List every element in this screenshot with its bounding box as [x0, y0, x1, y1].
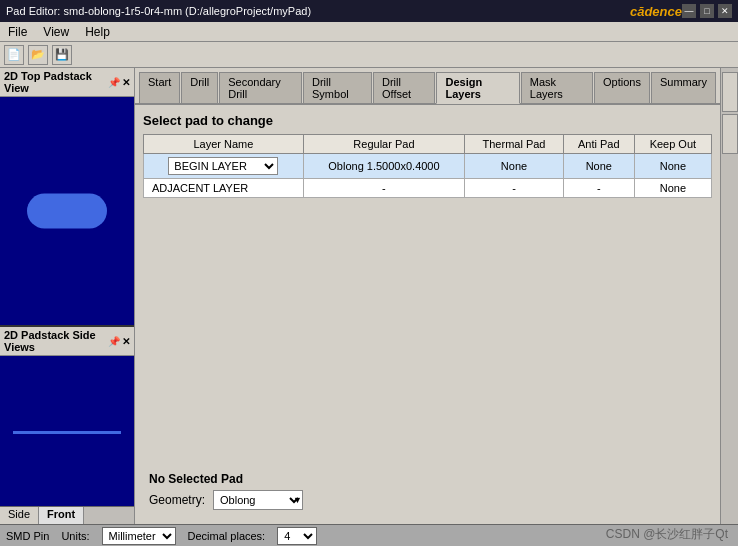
- vtab-2[interactable]: [722, 114, 738, 154]
- tab-start[interactable]: Start: [139, 72, 180, 103]
- new-button[interactable]: 📄: [4, 45, 24, 65]
- tab-secondary-drill[interactable]: Secondary Drill: [219, 72, 302, 103]
- smd-pin-label: SMD Pin: [6, 530, 49, 542]
- layer-dropdown[interactable]: BEGIN LAYER: [168, 157, 278, 175]
- col-layer-name: Layer Name: [144, 135, 304, 154]
- no-selected-label: No Selected Pad: [149, 472, 706, 486]
- col-thermal-pad: Thermal Pad: [465, 135, 564, 154]
- title-bar: Pad Editor: smd-oblong-1r5-0r4-mm (D:/al…: [0, 0, 738, 22]
- tab-options[interactable]: Options: [594, 72, 650, 103]
- top-view-controls: 📌 ✕: [108, 77, 130, 88]
- maximize-button[interactable]: □: [700, 4, 714, 18]
- adjacent-keep-out[interactable]: None: [634, 179, 711, 198]
- save-button[interactable]: 💾: [52, 45, 72, 65]
- side-view-header: 2D Padstack Side Views 📌 ✕: [0, 327, 134, 356]
- col-anti-pad: Anti Pad: [563, 135, 634, 154]
- col-regular-pad: Regular Pad: [303, 135, 464, 154]
- table-row[interactable]: ADJACENT LAYER - - - None: [144, 179, 712, 198]
- anti-pad-cell[interactable]: None: [563, 154, 634, 179]
- cadence-logo: cādence: [630, 4, 682, 19]
- tab-side[interactable]: Side: [0, 507, 39, 524]
- tab-mask-layers[interactable]: Mask Layers: [521, 72, 593, 103]
- units-dropdown[interactable]: Millimeter: [102, 527, 176, 545]
- units-label: Units:: [61, 530, 89, 542]
- side-view-close-icon[interactable]: ✕: [122, 336, 130, 347]
- right-panel: Start Drill Secondary Drill Drill Symbol…: [135, 68, 720, 524]
- menu-view[interactable]: View: [39, 25, 73, 39]
- layer-select-cell: BEGIN LAYER: [144, 154, 304, 179]
- adjacent-thermal-pad[interactable]: -: [465, 179, 564, 198]
- window-controls: — □ ✕: [682, 4, 732, 18]
- minimize-button[interactable]: —: [682, 4, 696, 18]
- left-panel: 2D Top Padstack View 📌 ✕ 2D Padstack Sid…: [0, 68, 135, 524]
- adjacent-layer-cell: ADJACENT LAYER: [144, 179, 304, 198]
- adjacent-anti-pad[interactable]: -: [563, 179, 634, 198]
- vertical-tabs: [720, 68, 738, 524]
- top-view-title: 2D Top Padstack View: [4, 70, 108, 94]
- open-button[interactable]: 📂: [28, 45, 48, 65]
- decimal-dropdown[interactable]: 4: [277, 527, 317, 545]
- side-view-area: [0, 356, 134, 506]
- geometry-label: Geometry:: [149, 493, 205, 507]
- pad-table: Layer Name Regular Pad Thermal Pad Anti …: [143, 134, 712, 198]
- geometry-row: Geometry: Oblong ▼: [149, 490, 706, 510]
- pad-shape-side: [13, 431, 120, 434]
- content-spacer: [143, 198, 712, 458]
- tab-drill[interactable]: Drill: [181, 72, 218, 103]
- side-view-controls: 📌 ✕: [108, 336, 130, 347]
- table-row[interactable]: BEGIN LAYER Oblong 1.5000x0.4000 None No…: [144, 154, 712, 179]
- tab-drill-offset[interactable]: Drill Offset: [373, 72, 435, 103]
- vtab-1[interactable]: [722, 72, 738, 112]
- keep-out-cell[interactable]: None: [634, 154, 711, 179]
- top-view-pin-icon[interactable]: 📌: [108, 77, 120, 88]
- close-button[interactable]: ✕: [718, 4, 732, 18]
- col-keep-out: Keep Out: [634, 135, 711, 154]
- status-bar: SMD Pin Units: Millimeter Decimal places…: [0, 524, 738, 546]
- watermark: CSDN @长沙红胖子Qt: [606, 526, 728, 543]
- regular-pad-cell[interactable]: Oblong 1.5000x0.4000: [303, 154, 464, 179]
- thermal-pad-cell[interactable]: None: [465, 154, 564, 179]
- pad-shape-top: [27, 194, 107, 229]
- side-view-pin-icon[interactable]: 📌: [108, 336, 120, 347]
- menu-file[interactable]: File: [4, 25, 31, 39]
- bottom-info: No Selected Pad Geometry: Oblong ▼: [143, 466, 712, 516]
- adjacent-regular-pad[interactable]: -: [303, 179, 464, 198]
- top-view-area: [0, 97, 134, 327]
- top-view-close-icon[interactable]: ✕: [122, 77, 130, 88]
- side-view-title: 2D Padstack Side Views: [4, 329, 108, 353]
- tab-front[interactable]: Front: [39, 507, 84, 524]
- title-bar-text: Pad Editor: smd-oblong-1r5-0r4-mm (D:/al…: [6, 5, 630, 17]
- side-view-canvas: [0, 356, 134, 506]
- tabs-bar: Start Drill Secondary Drill Drill Symbol…: [135, 68, 720, 105]
- tab-drill-symbol[interactable]: Drill Symbol: [303, 72, 372, 103]
- main-layout: 2D Top Padstack View 📌 ✕ 2D Padstack Sid…: [0, 68, 738, 524]
- bottom-tabs: Side Front: [0, 506, 134, 524]
- tab-design-layers[interactable]: Design Layers: [436, 72, 519, 104]
- toolbar: 📄 📂 💾: [0, 42, 738, 68]
- tab-summary[interactable]: Summary: [651, 72, 716, 103]
- geometry-dropdown[interactable]: Oblong: [213, 490, 303, 510]
- content-area: Select pad to change Layer Name Regular …: [135, 105, 720, 524]
- menu-bar: File View Help: [0, 22, 738, 42]
- top-view-header: 2D Top Padstack View 📌 ✕: [0, 68, 134, 97]
- menu-help[interactable]: Help: [81, 25, 114, 39]
- decimal-label: Decimal places:: [188, 530, 266, 542]
- top-view-canvas: [0, 97, 134, 325]
- section-title: Select pad to change: [143, 113, 712, 128]
